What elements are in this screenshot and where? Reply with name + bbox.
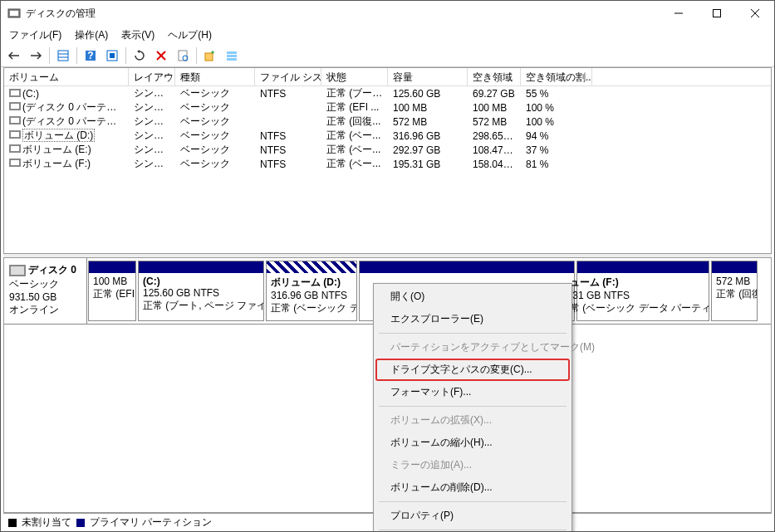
partition[interactable]: 572 MB正常 (回復パ [711,261,758,321]
volume-list: ボリューム レイアウト 種類 ファイル システム 状態 容量 空き領域 空き領域… [3,67,772,254]
svg-rect-6 [58,51,68,61]
minimize-button[interactable] [660,1,698,26]
col-capacity[interactable]: 容量 [388,68,468,85]
svg-text:?: ? [87,50,93,61]
table-row[interactable]: (ディスク 0 パーティシ...シンプルベーシック正常 (EFI ...100 … [4,100,771,115]
back-button[interactable] [4,46,24,66]
ctx-mirror: ミラーの追加(A)... [375,454,570,476]
new-volume-icon[interactable] [200,46,220,66]
svg-rect-20 [227,58,237,61]
col-volume[interactable]: ボリューム [4,68,129,85]
table-row[interactable]: ボリューム (D:)シンプルベーシックNTFS正常 (ベー...316.96 G… [4,129,771,143]
menu-view[interactable]: 表示(V) [116,27,159,44]
svg-rect-1 [10,11,18,16]
help-icon[interactable]: ? [81,46,101,66]
ctx-mark-active: パーティションをアクティブとしてマーク(M) [375,336,570,359]
partition[interactable]: 100 MB正常 (EFI [88,261,136,321]
close-button[interactable] [736,1,774,26]
menu-file[interactable]: ファイル(F) [4,27,66,44]
svg-rect-17 [205,53,213,61]
col-fs[interactable]: ファイル システム [255,68,321,85]
svg-rect-3 [714,10,721,17]
forward-button[interactable] [26,46,46,66]
col-status[interactable]: 状態 [321,68,388,85]
partition[interactable]: ューム (F:).31 GB NTFS常 (ベーシック データ パーティシ [576,261,709,321]
menubar: ファイル(F) 操作(A) 表示(V) ヘルプ(H) [1,26,774,44]
partition[interactable]: ボリューム (D:)316.96 GB NTFS正常 (ベーシック デ [266,261,357,321]
ctx-delete[interactable]: ボリュームの削除(D)... [375,476,570,499]
col-freepct[interactable]: 空き領域の割... [521,68,592,85]
disk-info: ディスク 0 ベーシック 931.50 GB オンライン [4,258,87,324]
context-menu: 開く(O) エクスプローラー(E) パーティションをアクティブとしてマーク(M)… [373,283,572,532]
list-header: ボリューム レイアウト 種類 ファイル システム 状態 容量 空き領域 空き領域… [4,68,771,86]
disk-size: 931.50 GB [9,291,81,303]
ctx-change-drive-letter[interactable]: ドライブ文字とパスの変更(C)... [375,359,570,381]
col-layout[interactable]: レイアウト [129,68,175,85]
window-title: ディスクの管理 [26,7,660,21]
disk-type: ベーシック [9,277,81,291]
ctx-explorer[interactable]: エクスプローラー(E) [375,308,570,330]
svg-rect-18 [227,51,237,54]
ctx-open[interactable]: 開く(O) [375,286,570,308]
disk-list-icon[interactable] [222,46,242,66]
refresh-icon[interactable] [130,46,150,66]
ctx-properties[interactable]: プロパティ(P) [375,505,570,527]
svg-rect-19 [227,55,237,57]
view-list-button[interactable] [53,46,73,66]
table-row[interactable]: ボリューム (E:)シンプルベーシックNTFS正常 (ベー...292.97 G… [4,143,771,157]
legend-unallocated-label: 未割り当て [22,515,71,530]
col-free[interactable]: 空き領域 [468,68,521,85]
legend-unallocated-icon [8,519,17,527]
legend-primary-icon [76,519,85,527]
disk-status: オンライン [9,303,81,317]
menu-action[interactable]: 操作(A) [70,27,113,44]
settings-icon[interactable] [102,46,122,66]
table-row[interactable]: ボリューム (F:)シンプルベーシックNTFS正常 (ベー...195.31 G… [4,157,771,171]
app-icon [7,7,21,20]
partition[interactable]: (C:)125.60 GB NTFS正常 (ブート, ページ ファイル, クラ [138,261,264,321]
properties-icon[interactable] [173,46,193,66]
titlebar: ディスクの管理 [1,1,774,26]
ctx-extend: ボリュームの拡張(X)... [375,409,570,432]
menu-help[interactable]: ヘルプ(H) [163,27,217,44]
ctx-shrink[interactable]: ボリュームの縮小(H)... [375,432,570,454]
disk-icon [9,265,26,276]
svg-rect-12 [110,53,115,58]
table-row[interactable]: (C:)シンプルベーシックNTFS正常 (ブート...125.60 GB69.2… [4,86,771,100]
toolbar: ? [1,44,774,67]
delete-icon[interactable] [151,46,171,66]
table-row[interactable]: (ディスク 0 パーティシ...シンプルベーシック正常 (回復...572 MB… [4,115,771,129]
col-type[interactable]: 種類 [175,68,255,85]
ctx-format[interactable]: フォーマット(F)... [375,381,570,403]
disk-name: ディスク 0 [28,264,76,276]
legend-primary-label: プライマリ パーティション [90,515,212,530]
maximize-button[interactable] [698,1,736,26]
